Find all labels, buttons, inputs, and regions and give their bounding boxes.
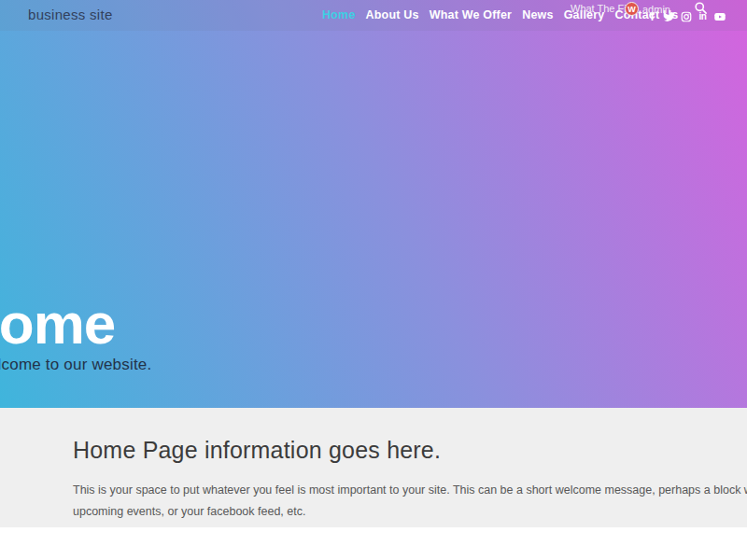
hero-section: Home Welcome to our website.: [0, 0, 747, 408]
content-body: This is your space to put whatever you f…: [73, 480, 747, 523]
search-icon[interactable]: [694, 1, 708, 15]
hero-title: Home: [0, 295, 115, 353]
youtube-icon[interactable]: [713, 10, 726, 22]
hero-subtitle: Welcome to our website.: [0, 356, 151, 374]
nav-item-about-us[interactable]: About Us: [366, 8, 419, 21]
nav-item-news[interactable]: News: [522, 8, 553, 21]
nav-item-what-we-offer[interactable]: What We Offer: [430, 8, 512, 21]
content-heading: Home Page information goes here.: [73, 437, 441, 464]
instagram-icon[interactable]: [680, 10, 692, 22]
site-header: business site Home About Us What We Offe…: [0, 0, 747, 31]
admin-username[interactable]: admin: [642, 4, 670, 15]
footer-strip: [0, 527, 747, 560]
content-body-line-2: upcoming events, or your facebook feed, …: [73, 501, 747, 523]
site-title[interactable]: business site: [28, 7, 113, 22]
content-section: Home Page information goes here. This is…: [0, 408, 747, 527]
nav-item-home[interactable]: Home: [322, 8, 356, 21]
content-body-line-1: This is your space to put whatever you f…: [73, 480, 747, 501]
admin-avatar[interactable]: W: [625, 2, 639, 16]
